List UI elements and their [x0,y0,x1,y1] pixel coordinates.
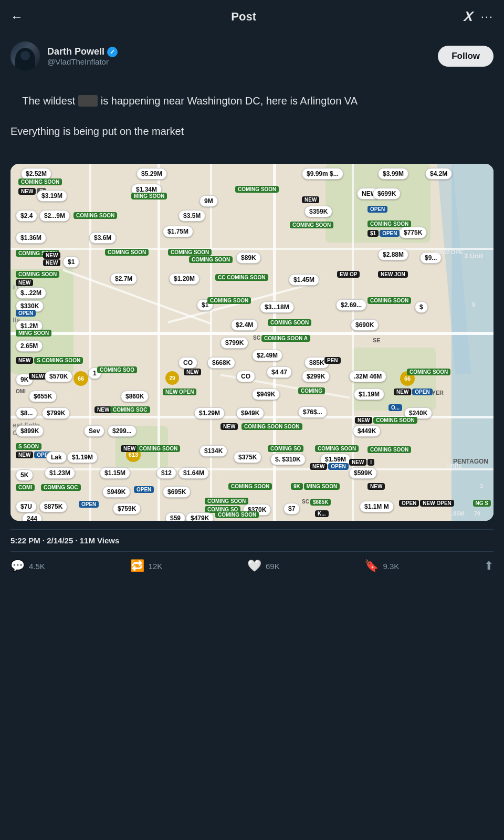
header-title: Post [231,10,256,24]
price-9m: 9M [200,195,218,207]
badge-cs-11: COMING SOON [16,271,59,278]
route-29-badge: 29 [165,371,179,385]
badge-cs-10: COMING SOON [189,256,233,263]
retweet-icon: 🔁 [130,559,144,573]
price-129m: $1.29M [194,407,225,419]
share-action[interactable]: ⬆ [484,559,494,573]
price-949k-4: $949K [102,486,130,498]
retweet-count: 12K [149,562,163,571]
badge-cs-24: COMING SOC [41,484,81,491]
price-695k: $695K [163,486,191,498]
price-775k: $775K [399,227,427,238]
post-timestamp: 5:22 PM · 2/14/25 · [10,536,80,545]
more-options-icon[interactable]: ··· [481,10,494,24]
badge-ew-op: EW OP [337,271,360,278]
price-668k: $668K [207,357,235,369]
post-text: The wildest s*** is happening near Washi… [10,78,494,154]
price-115m: $1.15M [100,467,130,479]
sev-label: Sev [84,425,104,437]
retweet-action[interactable]: 🔁 12K [130,559,163,573]
price-699k: $699K [373,188,401,200]
badge-cs-13: COMING SOON [207,297,251,304]
back-button[interactable]: ← [10,9,23,24]
price-119m-2: $1.19M [67,452,98,463]
badge-cs-18: COMING SOC [110,406,150,413]
price-8m: $8... [16,407,37,419]
price-249m: $2.49M [252,350,282,361]
badge-coming-2: COMING [298,387,325,394]
route-66-badge: 66 [74,371,88,386]
bookmark-action[interactable]: 🔖 9.3K [364,559,399,573]
badge-cs-17: NEW OPEN [163,388,196,395]
map-image: 66 29 613 66 est FallsChur PENTAGON FORT… [10,164,494,521]
badge-new-7: NEW [29,373,46,380]
price-399m: $3.99M [378,168,408,180]
censored-word: s*** [78,95,98,107]
post-header: ← Post X ··· [0,0,504,33]
badge-sc: SCCOMING SOON A [253,335,310,342]
price-open-n2m: $...22M [16,287,46,299]
price-lak: Lak [46,452,67,463]
num-85m: ...85M [448,510,465,517]
price-799k: $799K [220,337,248,349]
badge-new-on: NEW JON [378,271,408,278]
actions-row: 💬 4.5K 🔁 12K 🤍 69K 🔖 9.3K ⬆ [0,552,504,583]
badge-cs-29: COMING SOON [215,511,259,518]
price-7u: $7U [16,501,37,512]
price-244: 244 [22,513,42,521]
follow-button[interactable]: Follow [438,46,494,67]
badge-new-open-5: NEWI [349,459,374,466]
price-318m: $3...18M [260,301,294,313]
badge-new-2: NEW [302,196,319,203]
badge-new-8: NEW [184,369,201,375]
price-136m: $1.36M [16,232,46,244]
badge-cs-23: COMING SOON [368,446,411,453]
share-icon: ⬆ [484,559,494,573]
price-36m: $3.6M [89,232,116,244]
bookmark-icon: 🔖 [364,559,379,573]
badge-cs-30: K... [315,510,329,517]
price-529m: $5.29M [136,168,167,180]
comment-action[interactable]: 💬 4.5K [10,559,45,573]
badge-new-open-4: NEWOPEN [310,463,349,470]
like-action[interactable]: 🤍 69K [247,559,280,573]
price-59: $59 [165,512,185,521]
badge-o2: O... [388,404,402,411]
badge-cs-20: COMING SOON [136,445,180,452]
price-655k: $655K [29,391,57,402]
price-375k: $375K [234,452,261,463]
avatar[interactable] [10,41,40,71]
price-768: $76$... [298,406,327,418]
price-119m: $1.19M [354,388,384,400]
badge-cs-21: COMING SO [268,445,303,452]
x-logo-icon: X [464,8,474,25]
user-display-name[interactable]: Darth Powell ✓ [47,46,118,57]
price-32m: .32M 46M [349,371,386,382]
num-79: 79 [474,510,480,517]
dollar-s: $ [472,301,475,308]
badge-cs-2: MING SOON [131,193,167,200]
badge-new-10: NEW [220,423,238,430]
badge-new-open-3: NEWCOMING SOON [355,417,417,424]
badge-new-9: NEW [94,406,112,413]
badge-cs-coming: COMING SOO [97,366,137,373]
user-name-block: Darth Powell ✓ @VladTheInflator [47,46,118,66]
badge-cs-25: COMING SOON [228,483,272,490]
badge-cs-12: CC COMING SOON [215,274,268,281]
badge-new-open-6: OPENNEW OPEN [399,500,454,507]
price-4-47: $4 47 [267,366,292,378]
badge-cs-19: COMING SOON SOON [242,423,302,430]
price-42m: $4.2M [425,168,452,180]
price-252m: $2.52M [21,168,51,180]
badge-cs-14: COMING SOON [368,297,411,304]
down-arrow-3: ↓ [139,467,142,475]
badge-ng: NG S [473,500,491,507]
price-759k: $759K [113,503,141,514]
price-s7: $7 [284,503,300,514]
user-handle[interactable]: @VladTheInflator [47,57,118,66]
price-5k: 5K [16,469,33,481]
badge-new-13: NEW [368,483,385,490]
price-145m: $1.45M [289,274,319,286]
badge-cs-26: 9KMING SOON [291,483,340,490]
units-label-2: Units [446,462,462,469]
